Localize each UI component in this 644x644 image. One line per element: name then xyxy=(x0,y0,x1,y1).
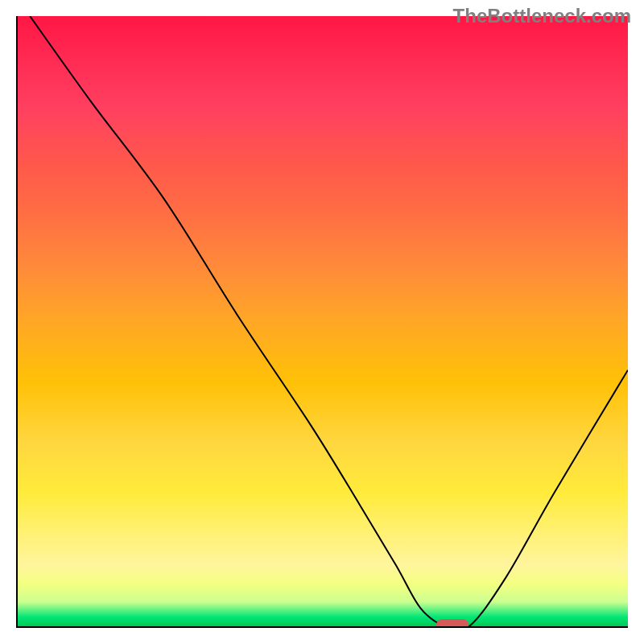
optimal-point-marker xyxy=(436,619,469,628)
watermark-text: TheBottleneck.com xyxy=(453,5,631,27)
plot-area xyxy=(16,16,628,628)
bottleneck-curve xyxy=(18,16,628,626)
